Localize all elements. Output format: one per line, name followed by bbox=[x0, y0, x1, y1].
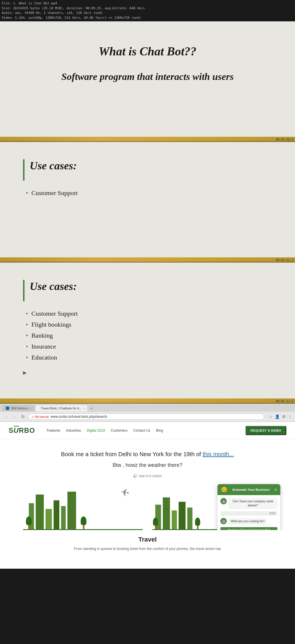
not-secure-badge: ⚠ Not secure bbox=[31, 415, 49, 418]
building-4 bbox=[54, 500, 59, 529]
chatbot-popup: 😊 Automate Your Business × 🤖 Can I have … bbox=[217, 484, 281, 530]
chat-option-booking[interactable]: Booking & Travel Assistance Bot bbox=[220, 527, 277, 530]
slide-2-content: Use cases: • Customer Support bbox=[0, 142, 295, 257]
chatbot-header-title: Automate Your Business bbox=[232, 488, 270, 491]
illustration-area: ✈ bbox=[12, 478, 283, 530]
slide-3-label-4: Insurance bbox=[31, 343, 56, 350]
slide-3-item-1: • Customer Support bbox=[23, 310, 272, 317]
slide-2-item-label-1: Customer Support bbox=[31, 189, 78, 197]
tree-left bbox=[26, 516, 32, 529]
address-bar-row: ← → ↻ ⚠ Not secure www.surbo.io/travel-b… bbox=[0, 412, 295, 422]
slide-1-subtitle: Software program that interacts with use… bbox=[23, 70, 272, 84]
slide-3-timestamp: 00:02:11.6 bbox=[276, 400, 293, 403]
travel-title: Travel bbox=[23, 536, 272, 543]
browser-section: IBM Watson × Travel Bots | Chatbots for … bbox=[0, 404, 295, 569]
hero-section: Book me a ticket from Delhi to New York … bbox=[0, 439, 295, 569]
bookmark-icon[interactable]: ☆ bbox=[269, 414, 273, 419]
building-r3 bbox=[172, 510, 177, 529]
see-in-action[interactable]: ▶ See It In Action bbox=[12, 474, 283, 478]
new-tab-button[interactable]: + bbox=[88, 405, 95, 412]
nav-blog[interactable]: Blog bbox=[156, 428, 163, 433]
back-button[interactable]: ← bbox=[3, 414, 9, 420]
building-r2 bbox=[163, 497, 170, 529]
address-bar-icons: ☆ 👤 ⚙ ⋮ bbox=[269, 414, 292, 419]
slide-1-timestamp: 00:01:10.0 bbox=[276, 138, 293, 141]
cursor-indicator: ▶ bbox=[23, 370, 272, 375]
building-2 bbox=[36, 495, 44, 529]
site-logo: SURBO bbox=[9, 426, 35, 435]
reload-button[interactable]: ↻ bbox=[20, 414, 26, 420]
site-header: SURBO Features Industries Digital 2019 C… bbox=[0, 422, 295, 439]
tab-favicon-ibm bbox=[6, 407, 9, 410]
building-3 bbox=[46, 509, 52, 529]
slide-2: Use cases: • Customer Support 00:02:11.2 bbox=[0, 142, 295, 263]
travel-section: Travel From standing in queues to bookin… bbox=[12, 530, 283, 557]
see-in-action-label: See It In Action bbox=[139, 474, 162, 478]
hero-line2: Btw , howz the weather there? bbox=[12, 462, 283, 468]
title-line1: File: 1. What is Chat Bot.mp4 bbox=[2, 1, 293, 6]
tab-ibm-watson[interactable]: IBM Watson × bbox=[2, 405, 35, 411]
slide-3-label-2: Flight bookings bbox=[31, 321, 71, 328]
slide-2-item-1: • Customer Support bbox=[23, 189, 272, 197]
slide-1: What is Chat Bot?? Software program that… bbox=[0, 21, 295, 142]
building-6 bbox=[67, 492, 76, 529]
slide-3-label-5: Education bbox=[31, 354, 57, 361]
logo-text: SURBO bbox=[9, 426, 35, 434]
chatbot-close-button[interactable]: × bbox=[275, 487, 277, 492]
slide-3-item-2: • Flight bookings bbox=[23, 321, 272, 328]
chatbot-header: 😊 Automate Your Business × bbox=[218, 484, 280, 495]
title-line3: Audio: aac, 44100 Hz, 2 channels, s16, 1… bbox=[2, 11, 293, 16]
slide-1-separator: 00:01:10.0 bbox=[0, 137, 295, 142]
browser-chrome: IBM Watson × Travel Bots | Chatbots for … bbox=[0, 404, 295, 422]
nav-customers[interactable]: Customers bbox=[111, 428, 127, 433]
website-content: SURBO Features Industries Digital 2019 C… bbox=[0, 422, 295, 569]
play-icon: ▶ bbox=[133, 474, 137, 478]
chat-avatar-2: 🤖 bbox=[220, 518, 227, 524]
account-icon[interactable]: 👤 bbox=[275, 414, 280, 419]
chatbot-smiley-icon: 😊 bbox=[221, 486, 227, 493]
slide-1-content: What is Chat Bot?? Software program that… bbox=[0, 21, 295, 137]
tab-surbo-close[interactable]: × bbox=[84, 407, 85, 410]
tab-surbo[interactable]: Travel Bots | Chatbots for tr... × bbox=[35, 405, 87, 411]
nav-contact[interactable]: Contact Us bbox=[133, 428, 150, 433]
tab-bar: IBM Watson × Travel Bots | Chatbots for … bbox=[0, 404, 295, 412]
warning-icon: ⚠ bbox=[31, 415, 34, 418]
not-secure-text: Not secure bbox=[35, 415, 49, 418]
travel-desc: From standing in queues to booking ticke… bbox=[23, 546, 272, 551]
chat-avatar-1: 🤖 bbox=[220, 498, 227, 504]
menu-icon[interactable]: ⋮ bbox=[288, 414, 292, 419]
tab-ibm-close[interactable]: × bbox=[30, 407, 32, 410]
chat-message-1: 🤖 Can I have your company name please? bbox=[220, 498, 277, 509]
nav-digital[interactable]: Digital 2019 bbox=[87, 428, 105, 433]
title-bar: File: 1. What is Chat Bot.mp4 Size: 2631… bbox=[0, 0, 295, 21]
tree-r-left bbox=[153, 518, 158, 529]
slide-2-separator: 00:02:11.2 bbox=[0, 257, 295, 263]
tab-ibm-label: IBM Watson bbox=[11, 407, 28, 410]
slide-3-label-1: Customer Support bbox=[31, 310, 78, 317]
tree-right bbox=[81, 516, 86, 529]
nav-features[interactable]: Features bbox=[47, 428, 60, 433]
title-line2: Size: 26314325 bytes (25.10 MiB), durati… bbox=[2, 6, 293, 11]
slide-3-item-5: • Education bbox=[23, 354, 272, 361]
address-bar[interactable]: ⚠ Not secure www.surbo.io/travel-bots.ph… bbox=[28, 413, 264, 420]
chatbot-body: 🤖 Can I have your company name please? X… bbox=[218, 495, 280, 530]
slide-3: Use cases: • Customer Support • Flight b… bbox=[0, 263, 295, 404]
slide-3-separator: 00:02:11.6 bbox=[0, 398, 295, 404]
hero-text-1: Book me a ticket from Delhi to New York … bbox=[61, 451, 201, 457]
slide-2-header: Use cases: bbox=[30, 159, 77, 172]
request-demo-button[interactable]: REQUEST A DEMO bbox=[245, 426, 286, 435]
chat-message-2: 🤖 What are you Looking for? bbox=[220, 518, 277, 525]
nav-industries[interactable]: Industries bbox=[66, 428, 81, 433]
slide-3-item-4: • Insurance bbox=[23, 343, 272, 350]
ground-line-left bbox=[23, 529, 143, 530]
building-r5 bbox=[187, 508, 192, 529]
extension-icon[interactable]: ⚙ bbox=[282, 414, 286, 419]
hero-link[interactable]: this month... bbox=[203, 451, 234, 457]
forward-button[interactable]: → bbox=[12, 414, 18, 420]
cursor-arrow-icon: ◀ bbox=[226, 529, 228, 530]
hero-line1: Book me a ticket from Delhi to New York … bbox=[12, 451, 283, 458]
chat-bubble-2: What are you Looking for? bbox=[228, 518, 267, 525]
slide-3-header: Use cases: bbox=[30, 280, 77, 293]
title-line4: Video: h.264, yuv420p, 1280x720, 511 kb/… bbox=[2, 16, 293, 20]
building-5 bbox=[61, 506, 66, 529]
